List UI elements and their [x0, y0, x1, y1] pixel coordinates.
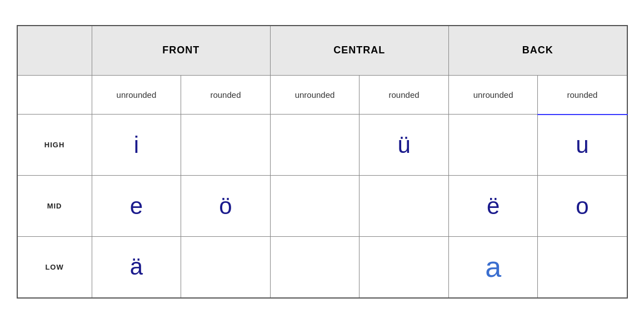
front-header: FRONT: [92, 26, 270, 76]
mid-front-rounded: ö: [181, 176, 271, 237]
subheader-row: unrounded rounded unrounded rounded unro…: [17, 76, 627, 115]
mid-label: MID: [17, 176, 92, 237]
high-front-rounded: [181, 115, 271, 176]
vowel-chart-table: FRONT CENTRAL BACK unrounded rounded unr…: [17, 25, 628, 299]
mid-row: MID e ö ë o: [17, 176, 627, 237]
central-rounded-header: rounded: [360, 76, 449, 115]
low-central-rounded: [360, 237, 449, 298]
back-rounded-header: rounded: [538, 76, 627, 115]
front-unrounded-header: unrounded: [92, 76, 181, 115]
back-unrounded-header: unrounded: [448, 76, 538, 115]
low-back-rounded: [538, 237, 627, 298]
high-central-unrounded: [270, 115, 360, 176]
high-front-unrounded: i: [92, 115, 181, 176]
central-unrounded-header: unrounded: [270, 76, 360, 115]
low-central-unrounded: [270, 237, 360, 298]
low-back-unrounded: a: [448, 237, 538, 298]
top-left-empty: [17, 26, 92, 76]
mid-central-rounded: [360, 176, 449, 237]
central-header: CENTRAL: [270, 26, 448, 76]
low-front-rounded: [181, 237, 271, 298]
mid-back-rounded: o: [538, 176, 627, 237]
header-row: FRONT CENTRAL BACK: [17, 26, 627, 76]
low-row: LOW ä a: [17, 237, 627, 298]
high-row: HIGH i ü u: [17, 115, 627, 176]
mid-central-unrounded: [270, 176, 360, 237]
back-header: BACK: [448, 26, 627, 76]
mid-front-unrounded: e: [92, 176, 181, 237]
mid-back-unrounded: ë: [448, 176, 538, 237]
front-rounded-header: rounded: [181, 76, 271, 115]
high-central-rounded: ü: [360, 115, 449, 176]
high-back-rounded: u: [538, 115, 627, 176]
subheader-empty: [17, 76, 92, 115]
low-front-unrounded: ä: [92, 237, 181, 298]
high-label: HIGH: [17, 115, 92, 176]
high-back-unrounded: [448, 115, 538, 176]
low-label: LOW: [17, 237, 92, 298]
